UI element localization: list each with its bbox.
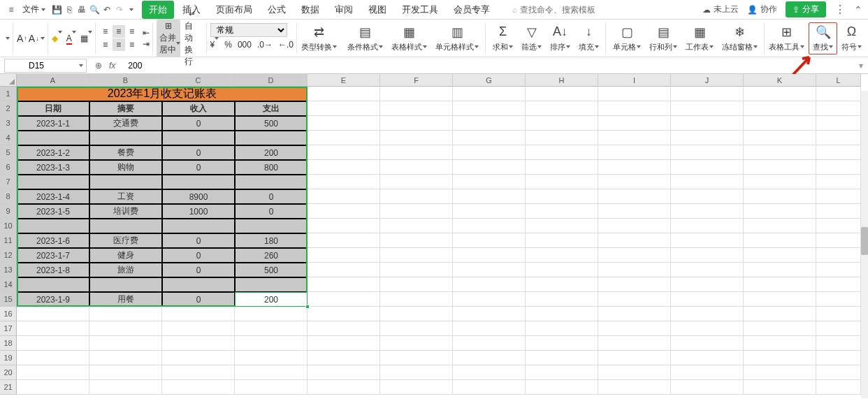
row-header-10[interactable]: 10 [0, 219, 17, 233]
cell-D12[interactable]: 260 [235, 248, 308, 263]
paste-down-icon[interactable] [6, 37, 10, 40]
cell-G21[interactable] [453, 380, 526, 395]
cell-L19[interactable] [816, 351, 861, 365]
cell-E15[interactable] [308, 292, 380, 307]
cell-A16[interactable] [17, 307, 89, 321]
cell-D16[interactable] [235, 307, 308, 321]
cell-H12[interactable] [526, 248, 598, 263]
cell-J7[interactable] [671, 175, 744, 189]
cell-A13[interactable]: 2023-1-8 [17, 263, 89, 277]
cell-L13[interactable] [816, 263, 861, 277]
cell-E6[interactable] [308, 160, 380, 175]
cell-B15[interactable]: 用餐 [89, 292, 162, 307]
cell-L9[interactable] [816, 204, 861, 219]
cell-F3[interactable] [380, 116, 453, 131]
hamburger-icon[interactable]: ≡ [6, 4, 17, 15]
cell-B5[interactable]: 餐费 [89, 145, 162, 160]
align-right[interactable]: ≡ [126, 38, 138, 51]
freeze-button[interactable]: ❄冻结窗格 [718, 23, 761, 54]
more-menu-icon[interactable]: ⋮ [834, 3, 846, 16]
cell-L20[interactable] [816, 365, 861, 380]
row-header-19[interactable]: 19 [0, 351, 17, 365]
cell-L10[interactable] [816, 219, 861, 233]
row-header-17[interactable]: 17 [0, 321, 17, 336]
cell-K14[interactable] [744, 277, 816, 292]
cell-D14[interactable] [235, 277, 308, 292]
cell-H13[interactable] [526, 263, 598, 277]
cell-I8[interactable] [598, 189, 671, 204]
cell-C5[interactable]: 0 [162, 145, 235, 160]
tab-3[interactable]: 公式 [261, 1, 293, 19]
cell-A8[interactable]: 2023-1-4 [17, 189, 89, 204]
cell-E2[interactable] [308, 101, 380, 116]
cell-B12[interactable]: 健身 [89, 248, 162, 263]
cell-F6[interactable] [380, 160, 453, 175]
file-menu[interactable]: 文件 [18, 2, 50, 17]
cell-D4[interactable] [235, 131, 308, 145]
cell-C10[interactable] [162, 219, 235, 233]
cell-style-button[interactable]: ▥单元格样式 [432, 23, 482, 54]
cond-format-button[interactable]: ▤条件格式 [344, 23, 386, 54]
tab-0[interactable]: 开始 [142, 1, 174, 19]
cell-F4[interactable] [380, 131, 453, 145]
cell-E7[interactable] [308, 175, 380, 189]
cell-D13[interactable]: 500 [235, 263, 308, 277]
cell-F1[interactable] [380, 87, 453, 101]
cell-D8[interactable]: 0 [235, 189, 308, 204]
cell-B6[interactable]: 购物 [89, 160, 162, 175]
cell-C17[interactable] [162, 321, 235, 336]
symbol-button[interactable]: Ω符号 [838, 23, 865, 54]
cell-A17[interactable] [17, 321, 89, 336]
print-preview-icon[interactable]: 🔍 [89, 4, 100, 15]
align-center[interactable]: ≡ [113, 38, 125, 51]
cell-G10[interactable] [453, 219, 526, 233]
cell-F8[interactable] [380, 189, 453, 204]
cell-A21[interactable] [17, 380, 89, 395]
cell-H10[interactable] [526, 219, 598, 233]
cell-B4[interactable] [89, 131, 162, 145]
row-header-21[interactable]: 21 [0, 380, 17, 395]
print-icon[interactable]: 🖶 [76, 4, 87, 15]
col-header-D[interactable]: D [235, 74, 308, 87]
col-header-C[interactable]: C [162, 74, 235, 87]
cell-G16[interactable] [453, 307, 526, 321]
cell-H9[interactable] [526, 204, 598, 219]
cell-F19[interactable] [380, 351, 453, 365]
cell-F14[interactable] [380, 277, 453, 292]
cell-E16[interactable] [308, 307, 380, 321]
redo-icon[interactable]: ↷ [114, 4, 125, 15]
cell-D10[interactable] [235, 219, 308, 233]
cell-C14[interactable] [162, 277, 235, 292]
cell-F10[interactable] [380, 219, 453, 233]
cell-A6[interactable]: 2023-1-3 [17, 160, 89, 175]
cell-I19[interactable] [598, 351, 671, 365]
sort-button[interactable]: A↓排序 [547, 23, 574, 54]
row-header-11[interactable]: 11 [0, 233, 17, 248]
row-header-7[interactable]: 7 [0, 175, 17, 189]
row-header-8[interactable]: 8 [0, 189, 17, 204]
cell-A14[interactable] [17, 277, 89, 292]
cell-E5[interactable] [308, 145, 380, 160]
cell-A5[interactable]: 2023-1-2 [17, 145, 89, 160]
cell-C21[interactable] [162, 380, 235, 395]
cell-H1[interactable] [526, 87, 598, 101]
cell-A11[interactable]: 2023-1-6 [17, 233, 89, 248]
cell-I13[interactable] [598, 263, 671, 277]
cell-K17[interactable] [744, 321, 816, 336]
cell-L11[interactable] [816, 233, 861, 248]
cell-F18[interactable] [380, 336, 453, 351]
cell-K13[interactable] [744, 263, 816, 277]
cell-L15[interactable] [816, 292, 861, 307]
row-header-2[interactable]: 2 [0, 101, 17, 116]
cell-D6[interactable]: 800 [235, 160, 308, 175]
cell-H17[interactable] [526, 321, 598, 336]
cell-G19[interactable] [453, 351, 526, 365]
row-header-20[interactable]: 20 [0, 365, 17, 380]
cell-L8[interactable] [816, 189, 861, 204]
cell-G5[interactable] [453, 145, 526, 160]
cell-J1[interactable] [671, 87, 744, 101]
cell-G1[interactable] [453, 87, 526, 101]
cell-L1[interactable] [816, 87, 861, 101]
cell-F15[interactable] [380, 292, 453, 307]
border-icon[interactable]: ▦ [80, 34, 92, 43]
